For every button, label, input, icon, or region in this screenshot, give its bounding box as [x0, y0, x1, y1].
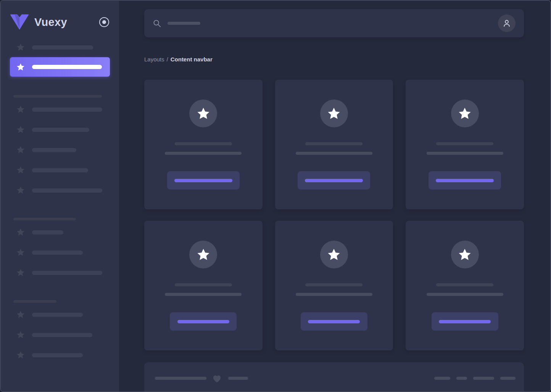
footer	[144, 362, 524, 392]
user-icon	[502, 18, 512, 28]
star-icon	[16, 186, 25, 195]
breadcrumb-current: Content navbar	[171, 56, 213, 63]
search-input[interactable]	[153, 19, 200, 28]
card-subtitle-placeholder	[427, 152, 503, 155]
sidebar-nav-item[interactable]	[10, 43, 110, 52]
star-icon	[16, 43, 25, 52]
card-avatar	[320, 241, 348, 268]
star-icon	[16, 125, 25, 134]
card-action-button[interactable]	[298, 171, 370, 190]
sidebar-nav-item[interactable]	[10, 228, 110, 237]
sidebar-nav-item[interactable]	[10, 268, 110, 277]
card-title-placeholder	[436, 142, 493, 145]
footer-placeholder-bar	[434, 377, 450, 380]
card	[406, 221, 524, 350]
nav-section-heading-placeholder	[13, 300, 56, 303]
card-action-button[interactable]	[167, 171, 240, 190]
button-label-placeholder	[308, 320, 360, 323]
sidebar-nav-item[interactable]	[10, 125, 110, 134]
nav-item-label-placeholder	[32, 353, 83, 357]
star-icon	[16, 248, 25, 257]
footer-placeholder-bar	[155, 377, 206, 380]
card-title-placeholder	[175, 283, 232, 286]
star-icon	[16, 63, 25, 72]
sidebar-nav-item[interactable]	[10, 165, 110, 175]
nav-item-label-placeholder	[32, 128, 89, 132]
nav-pin-toggle-icon[interactable]	[99, 17, 109, 27]
vuexy-logo-icon	[10, 14, 29, 30]
sidebar-nav-item[interactable]	[10, 310, 110, 319]
footer-links	[434, 377, 516, 380]
card	[406, 80, 524, 209]
nav-item-label-placeholder	[32, 45, 93, 50]
card-action-button[interactable]	[301, 312, 367, 331]
card-action-button[interactable]	[429, 171, 501, 190]
card-subtitle-placeholder	[165, 293, 242, 296]
star-icon	[458, 106, 472, 121]
sidebar-nav-item[interactable]	[10, 186, 110, 195]
nav-item-label-placeholder	[32, 251, 83, 255]
star-icon	[16, 310, 25, 319]
sidebar-menu	[10, 43, 110, 360]
card-subtitle-placeholder	[296, 293, 372, 296]
sidebar-nav-item[interactable]	[10, 330, 110, 339]
star-icon	[16, 330, 25, 339]
app-window: Vuexy	[0, 0, 551, 392]
cards-grid	[144, 80, 524, 350]
sidebar-nav-item[interactable]	[10, 57, 110, 77]
nav-item-label-placeholder	[32, 333, 92, 337]
search-icon	[153, 19, 161, 28]
nav-item-label-placeholder	[32, 168, 88, 172]
breadcrumb-parent[interactable]: Layouts	[144, 56, 164, 63]
nav-item-label-placeholder	[32, 65, 102, 69]
app-logo-text: Vuexy	[34, 16, 67, 29]
card-subtitle-placeholder	[427, 293, 503, 296]
card-action-button[interactable]	[432, 312, 498, 331]
button-label-placeholder	[439, 320, 491, 323]
nav-item-label-placeholder	[32, 313, 83, 317]
star-icon	[196, 106, 211, 121]
card-title-placeholder	[175, 142, 232, 145]
star-icon	[16, 350, 25, 360]
sidebar-nav-item[interactable]	[10, 248, 110, 257]
card-title-placeholder	[305, 142, 362, 145]
card	[275, 80, 393, 209]
breadcrumb-separator: /	[167, 56, 168, 63]
nav-item-label-placeholder	[32, 148, 76, 152]
breadcrumb: Layouts/Content navbar	[144, 56, 524, 63]
search-placeholder-bar	[168, 22, 200, 25]
star-icon	[16, 268, 25, 277]
button-label-placeholder	[177, 320, 229, 323]
footer-placeholder-bar	[473, 377, 494, 380]
sidebar-nav-item[interactable]	[10, 145, 110, 154]
card-title-placeholder	[305, 283, 362, 286]
sidebar-nav-item[interactable]	[10, 105, 110, 114]
nav-item-label-placeholder	[32, 271, 102, 275]
user-avatar[interactable]	[498, 14, 516, 32]
sidebar-header: Vuexy	[10, 1, 110, 31]
star-icon	[458, 247, 472, 262]
card-avatar	[189, 241, 217, 268]
card-subtitle-placeholder	[165, 152, 242, 155]
nav-section-heading-placeholder	[13, 218, 76, 220]
top-navbar	[144, 9, 524, 37]
footer-row	[155, 375, 516, 381]
button-label-placeholder	[305, 179, 363, 182]
star-icon	[327, 247, 341, 262]
card	[144, 221, 263, 350]
sidebar: Vuexy	[1, 1, 119, 391]
star-icon	[327, 106, 341, 121]
card-subtitle-placeholder	[296, 152, 372, 155]
card-avatar	[189, 100, 217, 127]
sidebar-nav-item[interactable]	[10, 350, 110, 360]
card-title-placeholder	[436, 283, 493, 286]
button-label-placeholder	[174, 179, 232, 182]
main-content: Layouts/Content navbar	[119, 1, 550, 391]
card-avatar	[451, 100, 479, 127]
card	[275, 221, 393, 350]
card	[144, 80, 263, 209]
nav-item-label-placeholder	[32, 108, 102, 112]
card-action-button[interactable]	[170, 312, 237, 331]
footer-placeholder-bar	[456, 377, 467, 380]
nav-item-label-placeholder	[32, 230, 63, 235]
